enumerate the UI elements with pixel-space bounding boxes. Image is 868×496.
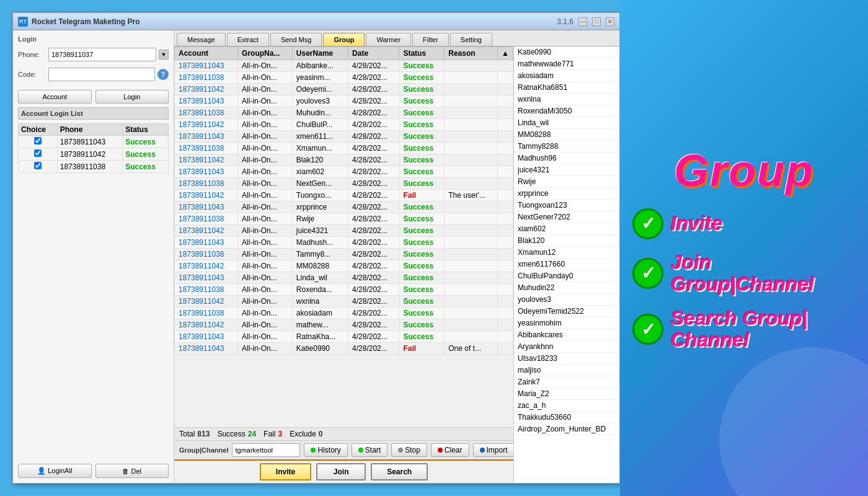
invite-button[interactable]: Invite (260, 463, 311, 480)
cell-account[interactable]: 18738911043 (175, 60, 238, 72)
list-item[interactable]: Thakkudu53660 (514, 412, 619, 423)
cell-account[interactable]: 18738911043 (175, 272, 238, 284)
list-item[interactable]: maljiso (514, 365, 619, 376)
tab-filter[interactable]: Filter (412, 33, 448, 46)
list-item[interactable]: Maria_Z2 (514, 388, 619, 400)
close-button[interactable]: ✕ (606, 17, 614, 26)
account-link[interactable]: 18738911038 (179, 250, 224, 259)
account-link[interactable]: 18738911043 (179, 61, 224, 70)
help-button[interactable]: ? (157, 69, 169, 80)
list-item[interactable]: Utsav18233 (514, 353, 619, 365)
account-link[interactable]: 18738911042 (179, 297, 224, 306)
list-item[interactable]: NextGener7202 (514, 211, 619, 223)
cell-account[interactable]: 18738911042 (175, 154, 238, 166)
search-button[interactable]: Search (371, 463, 428, 480)
login-button[interactable]: Login (95, 90, 169, 104)
list-item[interactable]: Muhudin22 (514, 282, 619, 294)
list-item[interactable]: xrpprince (514, 188, 619, 200)
del-button[interactable]: 🗑 Del (95, 464, 169, 478)
cell-account[interactable]: 18738911043 (175, 131, 238, 143)
cell-account[interactable]: 18738911043 (175, 237, 238, 249)
account-link[interactable]: 18738911042 (179, 85, 224, 94)
account-checkbox[interactable] (34, 137, 42, 144)
list-item[interactable]: Rwije (514, 176, 619, 188)
account-link[interactable]: 18738911043 (179, 97, 224, 105)
cell-account[interactable]: 18738911042 (175, 296, 238, 308)
account-link[interactable]: 18738911038 (179, 179, 224, 188)
list-item[interactable]: ChulBulPanday0 (514, 270, 619, 282)
cell-account[interactable]: 18738911038 (175, 72, 238, 84)
cell-account[interactable]: 18738911038 (175, 178, 238, 190)
tab-warmer[interactable]: Warmer (366, 33, 411, 46)
user-list[interactable]: Katie0990mathewwade771akosiadamRatnaKha6… (514, 46, 619, 483)
list-item[interactable]: wxnlna (514, 94, 619, 105)
cell-account[interactable]: 18738911042 (175, 225, 238, 237)
list-item[interactable]: Tammy8288 (514, 141, 619, 153)
start-button[interactable]: Start (352, 443, 388, 457)
cell-account[interactable]: 18738911042 (175, 319, 238, 331)
account-link[interactable]: 18738911042 (179, 191, 224, 200)
phone-input[interactable] (48, 48, 156, 61)
cell-account[interactable]: 18738911043 (175, 331, 238, 343)
cell-account[interactable]: 18738911038 (175, 284, 238, 296)
account-link[interactable]: 18738911038 (179, 108, 224, 117)
cell-account[interactable]: 18738911043 (175, 95, 238, 107)
code-input[interactable] (48, 68, 155, 81)
account-link[interactable]: 18738911043 (179, 332, 224, 341)
list-item[interactable]: Xmamun12 (514, 247, 619, 259)
list-item[interactable]: yeasinmohim (514, 317, 619, 329)
cell-account[interactable]: 18738911038 (175, 143, 238, 154)
account-link[interactable]: 18738911038 (179, 285, 224, 294)
cell-account[interactable]: 18738911042 (175, 84, 238, 95)
account-link[interactable]: 18738911042 (179, 262, 224, 270)
tab-setting[interactable]: Setting (450, 33, 492, 46)
list-item[interactable]: RatnaKha6851 (514, 82, 619, 94)
list-item[interactable]: MM08288 (514, 129, 619, 141)
account-link[interactable]: 18738911038 (179, 309, 224, 317)
list-item[interactable]: xiam602 (514, 223, 619, 235)
cell-account[interactable]: 18738911038 (175, 107, 238, 119)
group-channel-input[interactable] (232, 443, 300, 457)
cell-account[interactable]: 18738911038 (175, 249, 238, 260)
data-table-container[interactable]: AccountGroupNa...UserNameDateStatusReaso… (174, 46, 513, 427)
list-item[interactable]: Madhush96 (514, 153, 619, 164)
list-item[interactable]: juice4321 (514, 164, 619, 176)
stop-button[interactable]: Stop (391, 443, 427, 457)
account-checkbox[interactable] (34, 162, 42, 169)
account-link[interactable]: 18738911042 (179, 321, 224, 329)
cell-account[interactable]: 18738911043 (175, 166, 238, 178)
tab-group[interactable]: Group (323, 33, 365, 46)
account-link[interactable]: 18738911042 (179, 156, 224, 164)
account-link[interactable]: 18738911043 (179, 203, 224, 211)
login-all-button[interactable]: 👤 LoginAll (18, 464, 92, 478)
tab-message[interactable]: Message (177, 33, 226, 46)
clear-button-1[interactable]: Clear (431, 443, 469, 457)
join-button[interactable]: Join (316, 463, 366, 480)
account-link[interactable]: 18738911043 (179, 344, 224, 353)
account-link[interactable]: 18738911042 (179, 120, 224, 129)
import-button[interactable]: Import (473, 443, 514, 457)
list-item[interactable]: Aryankhnn (514, 341, 619, 353)
list-item[interactable]: Linda_wil (514, 117, 619, 129)
account-checkbox-cell[interactable] (19, 161, 58, 173)
account-link[interactable]: 18738911042 (179, 226, 224, 235)
col-sort[interactable]: ▲ (498, 47, 513, 60)
list-item[interactable]: Abibankcares (514, 329, 619, 341)
list-item[interactable]: RoxendaMi3050 (514, 105, 619, 117)
account-link[interactable]: 18738911043 (179, 167, 224, 176)
maximize-button[interactable]: □ (592, 17, 601, 26)
account-link[interactable]: 18738911043 (179, 273, 224, 282)
list-item[interactable]: akosiadam (514, 70, 619, 82)
account-link[interactable]: 18738911038 (179, 73, 224, 82)
list-item[interactable]: OdeyemiTemid2522 (514, 306, 619, 317)
cell-account[interactable]: 18738911042 (175, 190, 238, 202)
minimize-button[interactable]: — (578, 17, 587, 26)
list-item[interactable]: zac_a_h (514, 400, 619, 412)
list-item[interactable]: Airdrop_Zoom_Hunter_BD (514, 423, 619, 435)
list-item[interactable]: xmen6117660 (514, 259, 619, 270)
account-link[interactable]: 18738911043 (179, 132, 224, 141)
account-link[interactable]: 18738911043 (179, 238, 224, 247)
account-link[interactable]: 18738911038 (179, 144, 224, 153)
account-checkbox-cell[interactable] (19, 136, 58, 148)
account-link[interactable]: 18738911038 (179, 215, 224, 223)
